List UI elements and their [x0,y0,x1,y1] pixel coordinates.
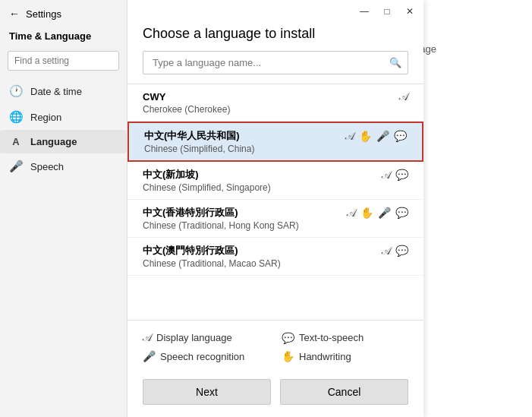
tts-icon: 💬 [395,245,408,257]
back-button[interactable]: ← Settings [0,0,127,27]
feature-display-language: 𝒜 Display language [143,331,269,344]
lang-sub: Chinese (Simplified, Singapore) [143,182,408,193]
sidebar-item-speech[interactable]: 🎤 Speech [0,153,127,179]
feature-speech-recognition: 🎤 Speech recognition [143,350,269,362]
sidebar: ← Settings Time & Language 🕐 Date & time… [0,0,127,417]
lang-item-top: 中文(中华人民共和国) 𝒜 ✋ 🎤 💬 [144,129,407,143]
settings-search-input[interactable] [8,51,119,71]
speech-rec-icon: 🎤 [378,207,391,219]
region-icon: 🌐 [9,110,23,124]
features-section: 𝒜 Display language 💬 Text-to-speech 🎤 Sp… [127,320,423,370]
tts-icon: 💬 [394,130,407,142]
display-lang-icon: 𝒜 [347,207,356,220]
lang-item-top: 中文(新加坡) 𝒜 💬 [143,168,408,182]
lang-name: 中文(香港特別行政區) [143,206,238,220]
language-icon: A [9,136,23,147]
lang-item-top: CWY 𝒜 [143,90,408,103]
sidebar-item-label: Date & time [30,86,82,97]
dialog-title: Choose a language to install [143,26,408,42]
tts-icon: 💬 [395,169,408,181]
lang-name: CWY [143,91,165,103]
tts-feature-icon: 💬 [282,332,294,344]
sidebar-item-label: Language [30,136,77,147]
handwriting-icon: ✋ [360,207,373,219]
feature-label: Handwriting [299,351,351,362]
speech-feature-icon: 🎤 [143,350,156,362]
lang-sub: Chinese (Traditional, Macao SAR) [143,258,408,269]
language-item-cwy[interactable]: CWY 𝒜 Cherokee (Cherokee) [127,84,423,122]
main-content: Language Windows display language er wil… [127,0,532,417]
display-lang-icon: 𝒜 [399,90,408,103]
sidebar-section-title: Time & Language [0,27,127,48]
close-button[interactable]: ✕ [399,3,420,20]
lang-sub: Chinese (Simplified, China) [144,144,407,154]
back-arrow-icon: ← [9,8,20,20]
language-list: CWY 𝒜 Cherokee (Cherokee) 中文(中华人民共和国) 𝒜 … [127,84,423,320]
lang-name: 中文(新加坡) [143,168,199,182]
feature-label: Text-to-speech [299,332,364,343]
language-item-zh-mo[interactable]: 中文(澳門特別行政區) 𝒜 💬 Chinese (Traditional, Ma… [127,238,423,276]
lang-icons: 𝒜 ✋ 🎤 💬 [347,207,408,220]
tts-icon: 💬 [395,207,408,219]
dialog-header: Choose a language to install [127,20,423,51]
lang-item-top: 中文(香港特別行政區) 𝒜 ✋ 🎤 💬 [143,206,408,220]
lang-icons: 𝒜 💬 [382,169,408,182]
language-search-box[interactable]: 🔍 [143,51,408,74]
choose-language-dialog: — □ ✕ Choose a language to install 🔍 CWY… [127,0,423,417]
sidebar-item-label: Speech [30,161,64,172]
display-lang-icon: 𝒜 [345,130,354,143]
features-grid: 𝒜 Display language 💬 Text-to-speech 🎤 Sp… [143,331,408,362]
lang-sub: Cherokee (Cherokee) [143,104,408,115]
lang-name: 中文(中华人民共和国) [144,129,240,143]
minimize-button[interactable]: — [354,3,375,20]
display-lang-icon: 𝒜 [382,245,391,257]
handwriting-feature-icon: ✋ [282,350,294,362]
feature-label: Speech recognition [160,351,244,362]
feature-label: Display language [156,332,232,343]
dialog-buttons: Next Cancel [127,370,423,417]
language-search-input[interactable] [150,52,389,74]
lang-name: 中文(澳門特別行政區) [143,244,238,257]
search-icon: 🔍 [389,57,401,68]
lang-sub: Chinese (Traditional, Hong Kong SAR) [143,220,408,231]
sidebar-item-date-time[interactable]: 🕐 Date & time [0,78,127,104]
display-lang-icon: 𝒜 [382,169,391,182]
speech-icon: 🎤 [9,160,23,173]
language-item-zh-cn[interactable]: 中文(中华人民共和国) 𝒜 ✋ 🎤 💬 Chinese (Simplified,… [127,122,423,162]
lang-item-top: 中文(澳門特別行政區) 𝒜 💬 [143,244,408,257]
language-item-zh-sg[interactable]: 中文(新加坡) 𝒜 💬 Chinese (Simplified, Singapo… [127,162,423,200]
lang-icons: 𝒜 💬 [382,245,408,257]
display-lang-feature-icon: 𝒜 [143,331,152,344]
lang-icons: 𝒜 ✋ 🎤 💬 [345,130,407,143]
next-button[interactable]: Next [143,379,271,405]
handwriting-icon: ✋ [359,130,372,142]
sidebar-item-label: Region [30,112,61,123]
language-item-zh-hk[interactable]: 中文(香港特別行政區) 𝒜 ✋ 🎤 💬 Chinese (Traditional… [127,200,423,238]
date-time-icon: 🕐 [9,84,23,98]
lang-icons: 𝒜 [399,90,408,103]
dialog-titlebar: — □ ✕ [127,0,423,20]
feature-tts: 💬 Text-to-speech [282,331,408,344]
speech-rec-icon: 🎤 [376,130,389,142]
sidebar-item-region[interactable]: 🌐 Region [0,104,127,130]
maximize-button[interactable]: □ [376,3,398,20]
feature-handwriting: ✋ Handwriting [282,350,408,362]
sidebar-back-label: Settings [26,8,61,20]
sidebar-item-language[interactable]: A Language [0,130,127,153]
cancel-button[interactable]: Cancel [280,379,408,405]
